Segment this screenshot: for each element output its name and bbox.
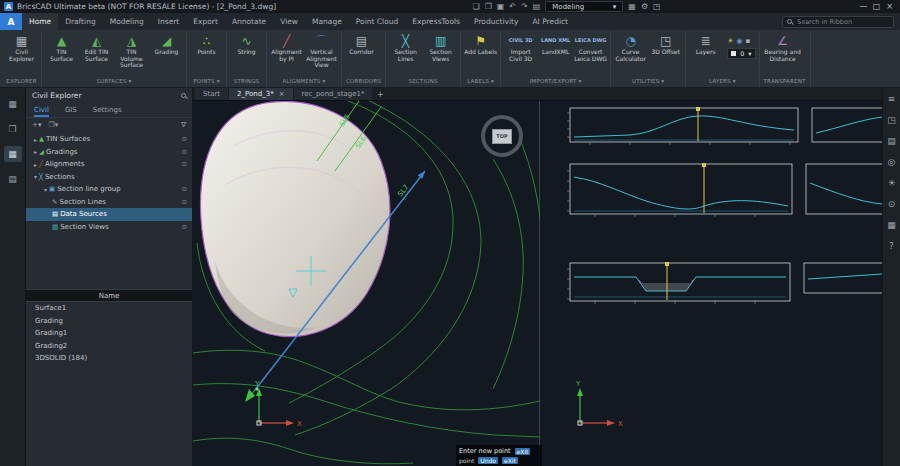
convert-leica-dwg-button[interactable]: LEICA DWG Convert Leica DWG: [574, 33, 607, 63]
tin-volume-surface-button[interactable]: ◮ TIN Volume Surface: [115, 33, 148, 70]
command-option-chip[interactable]: eXit: [515, 448, 531, 455]
group-label-layers[interactable]: LAYERS ▾: [689, 78, 755, 87]
tab-manage[interactable]: Manage: [305, 13, 349, 30]
help-icon[interactable]: ?: [885, 240, 899, 252]
command-suggestion[interactable]: Undo: [478, 457, 498, 464]
points-button[interactable]: ∴ Points: [190, 33, 223, 57]
visibility-icon[interactable]: ⊙: [885, 198, 899, 210]
doc-tab-2-pond-3[interactable]: 2_Pond_3* ×: [229, 88, 292, 100]
tree-item-section-lines[interactable]: ✎ Section Lines ⊙: [26, 196, 192, 209]
group-label-points[interactable]: POINTS ▾: [190, 78, 223, 87]
command-suggestion[interactable]: point: [459, 457, 474, 464]
tree-item-tin-surfaces[interactable]: ▸ ▲ TIN Surfaces ⊙: [26, 133, 192, 146]
model-canvas[interactable]: SL5 SL6 SL7 X Y: [193, 101, 540, 466]
section-lines-button[interactable]: ╳ Section Lines: [389, 33, 422, 63]
landxml-button[interactable]: LAND XML LandXML: [539, 33, 572, 57]
menu-icon[interactable]: ≡: [885, 93, 899, 105]
view-cube-top-face[interactable]: TOP: [492, 129, 512, 144]
views-icon[interactable]: ▦: [885, 219, 899, 231]
new-tab-button[interactable]: +: [373, 88, 387, 100]
close-button[interactable]: ×: [883, 0, 896, 13]
civil-explorer-button[interactable]: ▦ Civil Explorer: [5, 33, 38, 63]
tree-item-sections[interactable]: ▾ ╳ Sections: [26, 171, 192, 184]
bearing-distance-button[interactable]: ∠ Bearing and Distance: [763, 33, 803, 63]
tab-point-cloud[interactable]: Point Cloud: [349, 13, 405, 30]
add-labels-button[interactable]: ⚑ Add Labels: [464, 33, 497, 57]
list-item-grading2[interactable]: Grading2: [26, 340, 192, 353]
settings-icon[interactable]: ⚙: [641, 2, 648, 12]
workspace-selector[interactable]: Modeling ▾: [545, 1, 623, 12]
new-file-icon[interactable]: ❏: [472, 2, 479, 12]
section-canvas[interactable]: X Y: [540, 101, 882, 466]
ribbon-search[interactable]: [782, 16, 894, 28]
close-tab-icon[interactable]: ×: [279, 88, 285, 101]
group-label-utilities[interactable]: UTILITIES ▾: [614, 78, 682, 87]
vertical-alignment-view-button[interactable]: ⌒ Vertical Alignment View: [305, 33, 338, 70]
grid-icon[interactable]: ▦: [628, 2, 636, 12]
sheet-icon[interactable]: ▤: [885, 135, 899, 147]
search-input[interactable]: [795, 17, 889, 27]
undo-icon[interactable]: ↶: [509, 2, 516, 12]
save-icon[interactable]: ▣: [497, 2, 505, 12]
tree-item-alignments[interactable]: ▸ ╱ Alignments ⊙: [26, 158, 192, 171]
offset-3d-button[interactable]: ◳ 3D Offset: [649, 33, 682, 57]
tab-settings[interactable]: Settings: [93, 103, 122, 117]
tab-home[interactable]: Home: [22, 13, 58, 30]
panel-civil-explorer-icon[interactable]: ▦: [4, 146, 22, 162]
view-cube[interactable]: TOP: [481, 115, 523, 157]
filter-icon[interactable]: ∇: [181, 121, 186, 129]
tab-view[interactable]: View: [273, 13, 305, 30]
list-item-grading1[interactable]: Grading1: [26, 327, 192, 340]
corridor-button[interactable]: ▤ Corridor: [345, 33, 378, 57]
add-item-button[interactable]: +▾: [32, 121, 41, 129]
redo-icon[interactable]: ↷: [521, 2, 528, 12]
minimize-button[interactable]: —: [857, 0, 870, 13]
panel-attachments-icon[interactable]: ❐: [4, 121, 22, 137]
panel-sheets-icon[interactable]: ▤: [4, 171, 22, 187]
section-view-frames[interactable]: [570, 108, 882, 301]
list-item-surface1[interactable]: Surface1: [26, 302, 192, 315]
command-suggestion[interactable]: eXit: [502, 457, 518, 464]
tree-item-section-line-group[interactable]: ▾ ▣ Section line group ⊙: [26, 183, 192, 196]
current-layer-dropdown[interactable]: 0 ▾: [727, 48, 755, 59]
checkbox-icon[interactable]: ▣: [49, 185, 55, 193]
panel-search-icon[interactable]: [181, 93, 186, 98]
layers-button[interactable]: ≣ Layers: [689, 33, 722, 57]
tree-item-gradings[interactable]: ▸ ◢ Gradings ⊙: [26, 146, 192, 159]
alignment-by-pi-button[interactable]: ╱ Alignment by PI: [270, 33, 303, 63]
open-item-button[interactable]: ❐▾: [48, 121, 58, 129]
visibility-eye-icon[interactable]: ⊙: [182, 135, 187, 143]
tab-gis[interactable]: GIS: [65, 103, 77, 117]
application-button[interactable]: A: [0, 13, 22, 30]
curve-calculator-button[interactable]: ◔ Curve Calculator: [614, 33, 647, 63]
visibility-eye-icon[interactable]: ⊙: [182, 198, 187, 206]
list-item-grading[interactable]: Grading: [26, 315, 192, 328]
model-viewport[interactable]: SL5 SL6 SL7 X Y: [193, 101, 540, 466]
name-column-header[interactable]: Name: [26, 290, 192, 302]
tab-drafting[interactable]: Drafting: [58, 13, 103, 30]
layer-lock-icon[interactable]: ▪: [746, 37, 751, 45]
tree-item-data-sources[interactable]: ▤ Data Sources: [26, 208, 192, 221]
section-views-button[interactable]: ▥ Section Views: [424, 33, 457, 63]
tab-productivity[interactable]: Productivity: [467, 13, 525, 30]
lights-icon[interactable]: ☀: [885, 177, 899, 189]
materials-icon[interactable]: ◎: [885, 156, 899, 168]
visibility-eye-icon[interactable]: ⊙: [182, 185, 187, 193]
tab-civil[interactable]: Civil: [34, 103, 49, 117]
visibility-eye-icon[interactable]: ⊙: [182, 223, 187, 231]
group-label-labels[interactable]: LABELS ▾: [464, 78, 497, 87]
group-label-alignments[interactable]: ALIGNMENTS ▾: [270, 78, 338, 87]
import-civil3d-button[interactable]: CIVIL 3D Import Civil 3D: [504, 33, 537, 63]
string-button[interactable]: ∿ String: [230, 33, 263, 57]
tab-expresstools[interactable]: ExpressTools: [405, 13, 467, 30]
visibility-eye-icon[interactable]: ⊙: [182, 160, 187, 168]
list-item-3dsolid[interactable]: 3DSOLID (184): [26, 352, 192, 365]
command-line[interactable]: Enter new point eXit point Undo eXit: [456, 445, 542, 466]
open-file-icon[interactable]: ❐: [485, 2, 492, 12]
tree-item-section-views[interactable]: ▥ Section Views ⊙: [26, 221, 192, 234]
layer-freeze-icon[interactable]: ◉: [736, 37, 742, 45]
tab-ai-predict[interactable]: AI Predict: [525, 13, 575, 30]
doc-tab-start[interactable]: Start: [195, 88, 228, 100]
sample-line-handles[interactable]: [665, 107, 706, 266]
view-cube-toggle-icon[interactable]: ◳: [653, 2, 661, 12]
